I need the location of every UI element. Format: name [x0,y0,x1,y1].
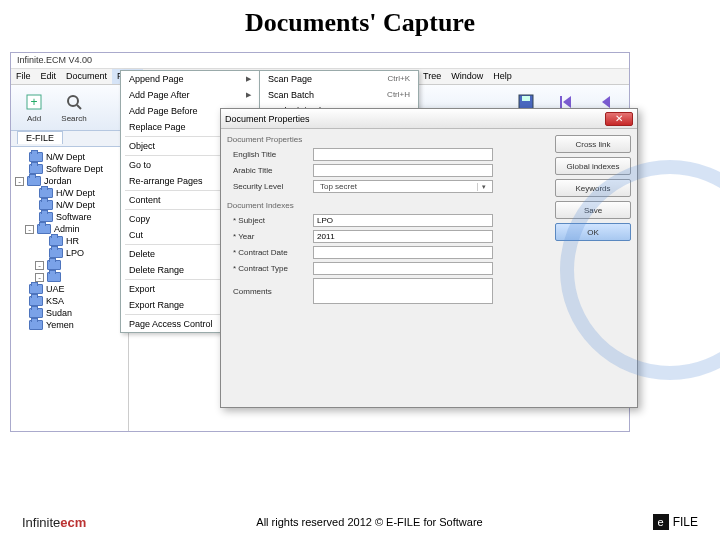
svg-point-2 [68,96,78,106]
group-doc-properties: Document Properties [227,135,549,144]
folder-icon [29,308,43,318]
tree-node[interactable]: N/W Dept [13,151,126,163]
close-icon: ✕ [615,113,623,124]
tree-node[interactable]: H/W Dept [13,187,126,199]
svg-marker-6 [563,96,571,108]
folder-icon [49,236,63,246]
close-button[interactable]: ✕ [605,112,633,126]
tree-node[interactable]: Software [13,211,126,223]
tree-label: Admin [54,224,80,234]
submenu-item[interactable]: Scan BatchCtrl+H [260,87,418,103]
year-label: * Year [233,232,309,241]
folder-tree[interactable]: N/W DeptSoftware Dept-JordanH/W DeptN/W … [11,147,129,431]
security-level-select[interactable]: Top secret▾ [313,180,493,193]
tab-efile[interactable]: E-FILE [17,131,63,144]
menu-document[interactable]: Document [61,69,112,84]
document-properties-dialog: Document Properties ✕ Document Propertie… [220,108,638,408]
contract-type-label: * Contract Type [233,264,309,273]
save-button[interactable]: Save [555,201,631,219]
expand-icon[interactable]: - [15,177,24,186]
add-icon: + [24,92,44,112]
folder-icon [29,320,43,330]
folder-icon [39,200,53,210]
tool-add[interactable]: + Add [17,92,51,123]
keywords-button[interactable]: Keywords [555,179,631,197]
menu-item[interactable]: Append Page▶ [121,71,259,87]
tree-node[interactable]: -Admin [13,223,126,235]
group-doc-indexes: Document Indexes [227,201,549,210]
tool-label: Search [61,114,86,123]
tree-node[interactable]: Yemen [13,319,126,331]
folder-icon [29,164,43,174]
tree-label: UAE [46,284,65,294]
search-icon [64,92,84,112]
tree-label: HR [66,236,79,246]
slide-footer: Infiniteecm All rights reserved 2012 © E… [0,514,720,530]
menu-help[interactable]: Help [488,69,517,84]
folder-icon [39,212,53,222]
folder-icon [49,248,63,258]
tree-label: KSA [46,296,64,306]
folder-icon [29,152,43,162]
folder-icon [29,284,43,294]
svg-rect-7 [560,96,562,108]
arabic-title-label: Arabic Title [233,166,309,175]
expand-icon[interactable]: - [35,273,44,282]
logo-infinite-ecm: Infiniteecm [22,515,86,530]
menu-edit[interactable]: Edit [36,69,62,84]
contract-type-input[interactable] [313,262,493,275]
menu-tree[interactable]: Tree [418,69,446,84]
security-level-label: Security Level [233,182,309,191]
tree-label: Sudan [46,308,72,318]
tree-node[interactable]: KSA [13,295,126,307]
copyright-text: All rights reserved 2012 © E-FILE for So… [256,516,482,528]
chevron-right-icon: ▶ [246,75,251,83]
expand-icon[interactable]: - [35,261,44,270]
chevron-right-icon: ▶ [246,91,251,99]
slide-title: Documents' Capture [0,0,720,44]
subject-input[interactable] [313,214,493,227]
year-input[interactable] [313,230,493,243]
tree-node[interactable]: N/W Dept [13,199,126,211]
folder-icon [29,296,43,306]
tree-label: Yemen [46,320,74,330]
expand-icon[interactable]: - [25,225,34,234]
subject-label: * Subject [233,216,309,225]
svg-line-3 [77,105,81,109]
global-indexes-button[interactable]: Global indexes [555,157,631,175]
svg-text:+: + [30,95,37,109]
tree-node[interactable]: - [13,271,126,283]
english-title-input[interactable] [313,148,493,161]
dialog-title: Document Properties [225,114,310,124]
dialog-titlebar: Document Properties ✕ [221,109,637,129]
ok-button[interactable]: OK [555,223,631,241]
folder-icon [37,224,51,234]
menu-file[interactable]: File [11,69,36,84]
svg-rect-5 [522,96,530,101]
menu-window[interactable]: Window [446,69,488,84]
menu-item[interactable]: Add Page After▶ [121,87,259,103]
submenu-item[interactable]: Scan PageCtrl+K [260,71,418,87]
tree-node[interactable]: LPO [13,247,126,259]
comments-label: Comments [233,287,309,296]
contract-date-label: * Contract Date [233,248,309,257]
tree-label: N/W Dept [56,200,95,210]
folder-icon [27,176,41,186]
comments-input[interactable] [313,278,493,304]
folder-icon [47,272,61,282]
tree-node[interactable]: UAE [13,283,126,295]
tree-label: LPO [66,248,84,258]
tree-label: Software [56,212,92,222]
app-titlebar: Infinite.ECM V4.00 [11,53,629,69]
tree-node[interactable]: HR [13,235,126,247]
tree-node[interactable]: - [13,259,126,271]
cross-link-button[interactable]: Cross link [555,135,631,153]
tree-label: Software Dept [46,164,103,174]
arabic-title-input[interactable] [313,164,493,177]
tree-label: Jordan [44,176,72,186]
tree-node[interactable]: Sudan [13,307,126,319]
tree-label: H/W Dept [56,188,95,198]
tree-node[interactable]: -Jordan [13,175,126,187]
tool-search[interactable]: Search [57,92,91,123]
contract-date-input[interactable] [313,246,493,259]
